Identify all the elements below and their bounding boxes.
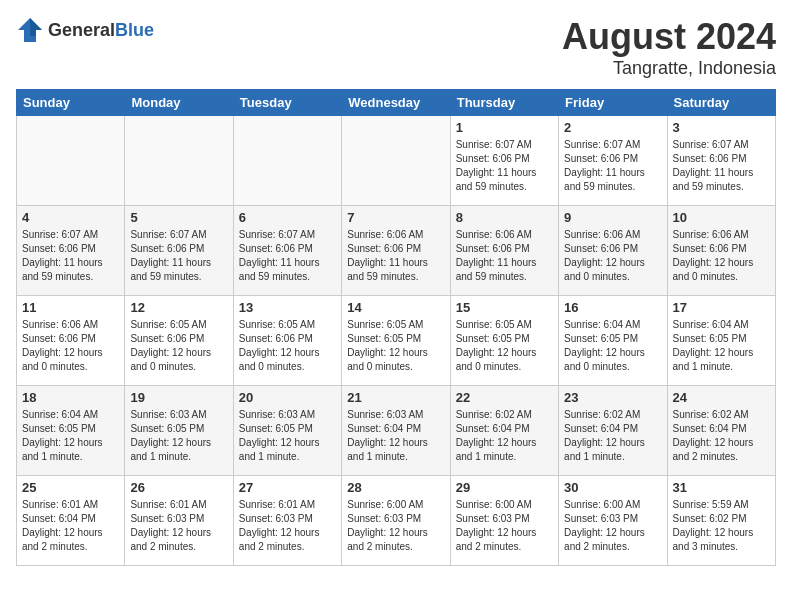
day-info: Sunrise: 6:07 AM Sunset: 6:06 PM Dayligh…: [22, 228, 119, 284]
day-number: 28: [347, 480, 444, 495]
logo-text-blue: Blue: [115, 20, 154, 40]
weekday-header-saturday: Saturday: [667, 90, 775, 116]
calendar-day-cell: 16Sunrise: 6:04 AM Sunset: 6:05 PM Dayli…: [559, 296, 667, 386]
day-info: Sunrise: 6:03 AM Sunset: 6:04 PM Dayligh…: [347, 408, 444, 464]
day-info: Sunrise: 6:07 AM Sunset: 6:06 PM Dayligh…: [130, 228, 227, 284]
weekday-header-row: SundayMondayTuesdayWednesdayThursdayFrid…: [17, 90, 776, 116]
day-number: 25: [22, 480, 119, 495]
day-info: Sunrise: 6:03 AM Sunset: 6:05 PM Dayligh…: [130, 408, 227, 464]
day-number: 10: [673, 210, 770, 225]
calendar-day-cell: 1Sunrise: 6:07 AM Sunset: 6:06 PM Daylig…: [450, 116, 558, 206]
page-header: GeneralBlue August 2024 Tangratte, Indon…: [16, 16, 776, 79]
day-info: Sunrise: 6:03 AM Sunset: 6:05 PM Dayligh…: [239, 408, 336, 464]
day-number: 27: [239, 480, 336, 495]
day-number: 22: [456, 390, 553, 405]
calendar-day-cell: 3Sunrise: 6:07 AM Sunset: 6:06 PM Daylig…: [667, 116, 775, 206]
calendar-day-cell: 11Sunrise: 6:06 AM Sunset: 6:06 PM Dayli…: [17, 296, 125, 386]
calendar-day-cell: 29Sunrise: 6:00 AM Sunset: 6:03 PM Dayli…: [450, 476, 558, 566]
day-number: 20: [239, 390, 336, 405]
calendar-day-cell: 28Sunrise: 6:00 AM Sunset: 6:03 PM Dayli…: [342, 476, 450, 566]
calendar-day-cell: 21Sunrise: 6:03 AM Sunset: 6:04 PM Dayli…: [342, 386, 450, 476]
day-number: 12: [130, 300, 227, 315]
day-number: 16: [564, 300, 661, 315]
logo-text-general: General: [48, 20, 115, 40]
calendar-day-cell: 25Sunrise: 6:01 AM Sunset: 6:04 PM Dayli…: [17, 476, 125, 566]
calendar-subtitle: Tangratte, Indonesia: [562, 58, 776, 79]
calendar-day-cell: 5Sunrise: 6:07 AM Sunset: 6:06 PM Daylig…: [125, 206, 233, 296]
day-number: 29: [456, 480, 553, 495]
calendar-day-cell: 15Sunrise: 6:05 AM Sunset: 6:05 PM Dayli…: [450, 296, 558, 386]
day-number: 21: [347, 390, 444, 405]
day-info: Sunrise: 6:07 AM Sunset: 6:06 PM Dayligh…: [239, 228, 336, 284]
logo-icon: [16, 16, 44, 44]
day-number: 15: [456, 300, 553, 315]
day-number: 2: [564, 120, 661, 135]
day-number: 5: [130, 210, 227, 225]
day-number: 1: [456, 120, 553, 135]
day-info: Sunrise: 5:59 AM Sunset: 6:02 PM Dayligh…: [673, 498, 770, 554]
day-number: 7: [347, 210, 444, 225]
calendar-day-cell: 19Sunrise: 6:03 AM Sunset: 6:05 PM Dayli…: [125, 386, 233, 476]
calendar-day-cell: 18Sunrise: 6:04 AM Sunset: 6:05 PM Dayli…: [17, 386, 125, 476]
day-info: Sunrise: 6:02 AM Sunset: 6:04 PM Dayligh…: [564, 408, 661, 464]
day-number: 31: [673, 480, 770, 495]
day-info: Sunrise: 6:01 AM Sunset: 6:04 PM Dayligh…: [22, 498, 119, 554]
calendar-day-cell: 22Sunrise: 6:02 AM Sunset: 6:04 PM Dayli…: [450, 386, 558, 476]
day-info: Sunrise: 6:07 AM Sunset: 6:06 PM Dayligh…: [673, 138, 770, 194]
calendar-week-row: 18Sunrise: 6:04 AM Sunset: 6:05 PM Dayli…: [17, 386, 776, 476]
calendar-day-cell: [233, 116, 341, 206]
day-info: Sunrise: 6:04 AM Sunset: 6:05 PM Dayligh…: [22, 408, 119, 464]
calendar-day-cell: 26Sunrise: 6:01 AM Sunset: 6:03 PM Dayli…: [125, 476, 233, 566]
calendar-day-cell: 12Sunrise: 6:05 AM Sunset: 6:06 PM Dayli…: [125, 296, 233, 386]
day-info: Sunrise: 6:07 AM Sunset: 6:06 PM Dayligh…: [564, 138, 661, 194]
weekday-header-sunday: Sunday: [17, 90, 125, 116]
calendar-day-cell: 31Sunrise: 5:59 AM Sunset: 6:02 PM Dayli…: [667, 476, 775, 566]
calendar-day-cell: 14Sunrise: 6:05 AM Sunset: 6:05 PM Dayli…: [342, 296, 450, 386]
day-number: 14: [347, 300, 444, 315]
day-number: 30: [564, 480, 661, 495]
svg-marker-1: [30, 18, 42, 36]
day-number: 26: [130, 480, 227, 495]
calendar-day-cell: 8Sunrise: 6:06 AM Sunset: 6:06 PM Daylig…: [450, 206, 558, 296]
day-number: 19: [130, 390, 227, 405]
day-info: Sunrise: 6:04 AM Sunset: 6:05 PM Dayligh…: [564, 318, 661, 374]
calendar-day-cell: 20Sunrise: 6:03 AM Sunset: 6:05 PM Dayli…: [233, 386, 341, 476]
day-info: Sunrise: 6:05 AM Sunset: 6:06 PM Dayligh…: [239, 318, 336, 374]
day-info: Sunrise: 6:06 AM Sunset: 6:06 PM Dayligh…: [673, 228, 770, 284]
calendar-table: SundayMondayTuesdayWednesdayThursdayFrid…: [16, 89, 776, 566]
weekday-header-friday: Friday: [559, 90, 667, 116]
weekday-header-thursday: Thursday: [450, 90, 558, 116]
day-info: Sunrise: 6:01 AM Sunset: 6:03 PM Dayligh…: [239, 498, 336, 554]
day-info: Sunrise: 6:00 AM Sunset: 6:03 PM Dayligh…: [347, 498, 444, 554]
calendar-week-row: 4Sunrise: 6:07 AM Sunset: 6:06 PM Daylig…: [17, 206, 776, 296]
title-block: August 2024 Tangratte, Indonesia: [562, 16, 776, 79]
calendar-day-cell: 27Sunrise: 6:01 AM Sunset: 6:03 PM Dayli…: [233, 476, 341, 566]
calendar-day-cell: 4Sunrise: 6:07 AM Sunset: 6:06 PM Daylig…: [17, 206, 125, 296]
day-number: 17: [673, 300, 770, 315]
day-info: Sunrise: 6:05 AM Sunset: 6:06 PM Dayligh…: [130, 318, 227, 374]
day-info: Sunrise: 6:00 AM Sunset: 6:03 PM Dayligh…: [564, 498, 661, 554]
calendar-day-cell: 30Sunrise: 6:00 AM Sunset: 6:03 PM Dayli…: [559, 476, 667, 566]
calendar-title: August 2024: [562, 16, 776, 58]
day-number: 3: [673, 120, 770, 135]
calendar-week-row: 11Sunrise: 6:06 AM Sunset: 6:06 PM Dayli…: [17, 296, 776, 386]
calendar-day-cell: 2Sunrise: 6:07 AM Sunset: 6:06 PM Daylig…: [559, 116, 667, 206]
calendar-week-row: 1Sunrise: 6:07 AM Sunset: 6:06 PM Daylig…: [17, 116, 776, 206]
day-info: Sunrise: 6:05 AM Sunset: 6:05 PM Dayligh…: [456, 318, 553, 374]
day-info: Sunrise: 6:02 AM Sunset: 6:04 PM Dayligh…: [673, 408, 770, 464]
calendar-day-cell: 9Sunrise: 6:06 AM Sunset: 6:06 PM Daylig…: [559, 206, 667, 296]
day-info: Sunrise: 6:01 AM Sunset: 6:03 PM Dayligh…: [130, 498, 227, 554]
calendar-day-cell: 10Sunrise: 6:06 AM Sunset: 6:06 PM Dayli…: [667, 206, 775, 296]
calendar-day-cell: 6Sunrise: 6:07 AM Sunset: 6:06 PM Daylig…: [233, 206, 341, 296]
day-info: Sunrise: 6:06 AM Sunset: 6:06 PM Dayligh…: [564, 228, 661, 284]
day-number: 4: [22, 210, 119, 225]
day-info: Sunrise: 6:06 AM Sunset: 6:06 PM Dayligh…: [22, 318, 119, 374]
day-number: 6: [239, 210, 336, 225]
calendar-day-cell: [17, 116, 125, 206]
day-number: 8: [456, 210, 553, 225]
calendar-day-cell: 24Sunrise: 6:02 AM Sunset: 6:04 PM Dayli…: [667, 386, 775, 476]
calendar-day-cell: 13Sunrise: 6:05 AM Sunset: 6:06 PM Dayli…: [233, 296, 341, 386]
calendar-week-row: 25Sunrise: 6:01 AM Sunset: 6:04 PM Dayli…: [17, 476, 776, 566]
calendar-day-cell: [342, 116, 450, 206]
day-info: Sunrise: 6:07 AM Sunset: 6:06 PM Dayligh…: [456, 138, 553, 194]
